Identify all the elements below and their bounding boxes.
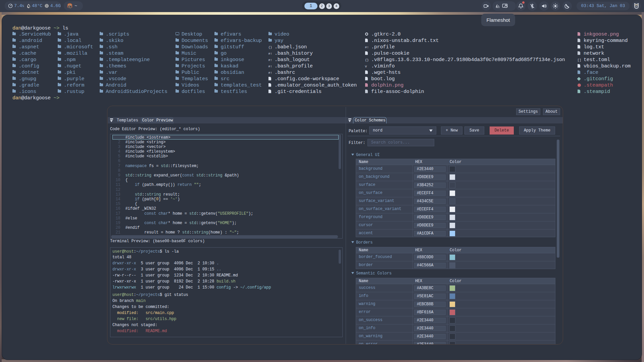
svg-text:>_: >_ [68, 6, 71, 8]
